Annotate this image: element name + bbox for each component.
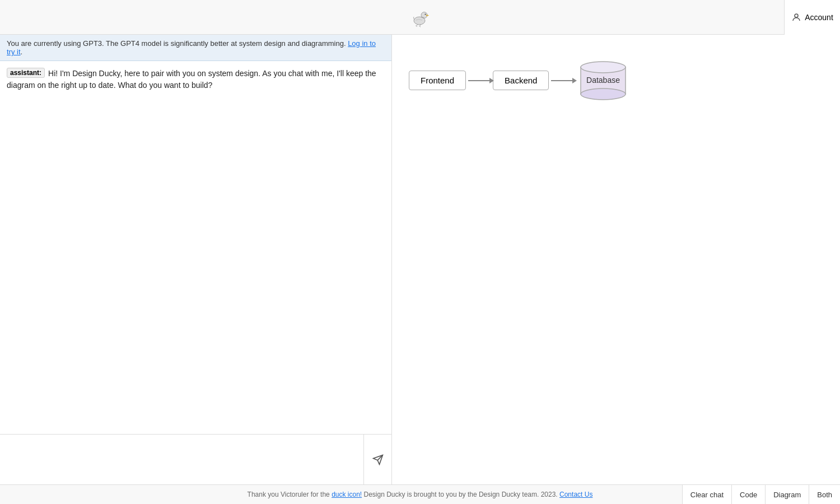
chat-input[interactable]: [0, 435, 363, 484]
contact-us-link[interactable]: Contact Us: [559, 491, 592, 498]
chat-area: assistant:Hi! I'm Design Ducky, here to …: [0, 61, 391, 434]
diagram-node-frontend: Frontend: [409, 71, 466, 90]
footer-text: Thank you Victoruler for the duck icon! …: [248, 491, 593, 498]
diagram-container: Frontend Backend: [409, 57, 628, 104]
right-panel: Frontend Backend: [392, 35, 840, 484]
footer: Thank you Victoruler for the duck icon! …: [0, 484, 840, 504]
assistant-message: assistant:Hi! I'm Design Ducky, here to …: [7, 68, 385, 91]
footer-controls: Clear chat Code Diagram Both: [682, 485, 840, 504]
duck-icon: [409, 6, 431, 29]
input-area: [0, 434, 391, 484]
notice-bar: You are currently using GPT3. The GPT4 m…: [0, 35, 391, 61]
notice-text: You are currently using GPT3. The GPT4 m…: [7, 39, 346, 48]
svg-text:Database: Database: [586, 76, 620, 85]
diagram-node-backend: Backend: [493, 71, 549, 90]
svg-point-3: [795, 14, 798, 17]
account-icon: [791, 12, 801, 22]
diagram-node-database-wrapper: Database: [578, 57, 628, 104]
diagram-button[interactable]: Diagram: [765, 485, 809, 504]
arrow-frontend-backend: [468, 80, 491, 81]
header: Account: [0, 0, 840, 35]
welcome-message: Hi! I'm Design Ducky, here to pair with …: [7, 69, 376, 90]
database-cylinder-icon: Database: [578, 57, 628, 102]
send-button[interactable]: [363, 435, 391, 484]
notice-suffix: .: [21, 48, 23, 56]
send-icon: [372, 454, 384, 465]
main-content: You are currently using GPT3. The GPT4 m…: [0, 35, 840, 484]
svg-point-2: [425, 13, 426, 15]
clear-chat-button[interactable]: Clear chat: [682, 485, 731, 504]
duck-icon-link[interactable]: duck icon!: [332, 491, 362, 498]
left-panel: You are currently using GPT3. The GPT4 m…: [0, 35, 392, 484]
assistant-label: assistant:: [7, 68, 45, 78]
code-button[interactable]: Code: [731, 485, 765, 504]
arrow-backend-database: [551, 80, 573, 81]
both-button[interactable]: Both: [809, 485, 840, 504]
account-button[interactable]: Account: [784, 0, 840, 35]
svg-point-7: [581, 88, 626, 100]
account-label: Account: [805, 13, 833, 22]
svg-point-8: [581, 62, 626, 73]
logo: [409, 6, 431, 29]
